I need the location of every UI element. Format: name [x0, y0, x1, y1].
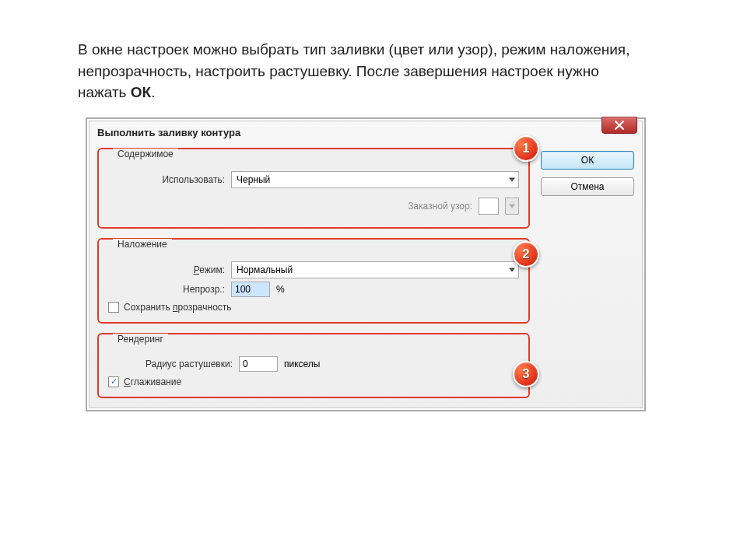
- opacity-label: Непрозр.:: [108, 284, 225, 295]
- pattern-swatch: [479, 198, 499, 215]
- mode-label: Режим:: [108, 264, 225, 275]
- cancel-button[interactable]: Отмена: [541, 177, 634, 196]
- feather-input[interactable]: 0: [239, 356, 278, 372]
- callout-1: 1: [513, 135, 539, 162]
- group-contents-legend: Содержимое: [113, 149, 178, 159]
- group-blending-legend: Наложение: [113, 239, 172, 250]
- dialog-titlebar: Выполнить заливку контура: [89, 121, 642, 145]
- pattern-dropdown: [505, 198, 519, 215]
- opacity-suffix: %: [276, 284, 285, 295]
- callout-3: 3: [513, 361, 539, 387]
- checkbox-icon: [108, 376, 119, 387]
- intro-text: В окне настроек можно выбрать тип заливк…: [70, 39, 646, 103]
- preserve-transparency-checkbox[interactable]: Сохранить прозрачность: [108, 302, 519, 313]
- use-label: Использовать:: [108, 174, 225, 185]
- chevron-down-icon: [509, 268, 515, 271]
- group-contents: Содержимое Использовать: Черный Заказной…: [97, 148, 530, 229]
- ok-button[interactable]: ОК: [541, 151, 634, 170]
- use-select-value: Черный: [237, 174, 270, 185]
- feather-suffix: пикселы: [284, 359, 321, 369]
- group-rendering: Рендеринг Радиус растушевки: 0 пикселы С…: [97, 333, 530, 398]
- opacity-input[interactable]: 100: [231, 282, 270, 297]
- close-icon: [615, 121, 624, 130]
- group-rendering-legend: Рендеринг: [113, 334, 168, 345]
- use-select[interactable]: Черный: [231, 171, 519, 188]
- group-blending: Наложение Режим: Нормальный Непрозр.: 1: [97, 238, 530, 324]
- antialias-checkbox[interactable]: Сглаживание: [108, 376, 519, 387]
- mode-select-value: Нормальный: [237, 264, 293, 275]
- close-button[interactable]: [601, 117, 637, 134]
- checkbox-icon: [108, 302, 119, 313]
- fill-dialog: Выполнить заливку контура Содержимое Исп…: [89, 121, 643, 408]
- dialog-title: Выполнить заливку контура: [97, 127, 240, 138]
- pattern-label: Заказной узор:: [408, 201, 472, 212]
- callout-2: 2: [513, 241, 539, 268]
- chevron-down-icon: [509, 204, 515, 208]
- screenshot-frame: Выполнить заливку контура Содержимое Исп…: [86, 117, 646, 411]
- mode-select[interactable]: Нормальный: [231, 261, 519, 278]
- feather-label: Радиус растушевки:: [108, 359, 233, 369]
- chevron-down-icon: [509, 177, 515, 181]
